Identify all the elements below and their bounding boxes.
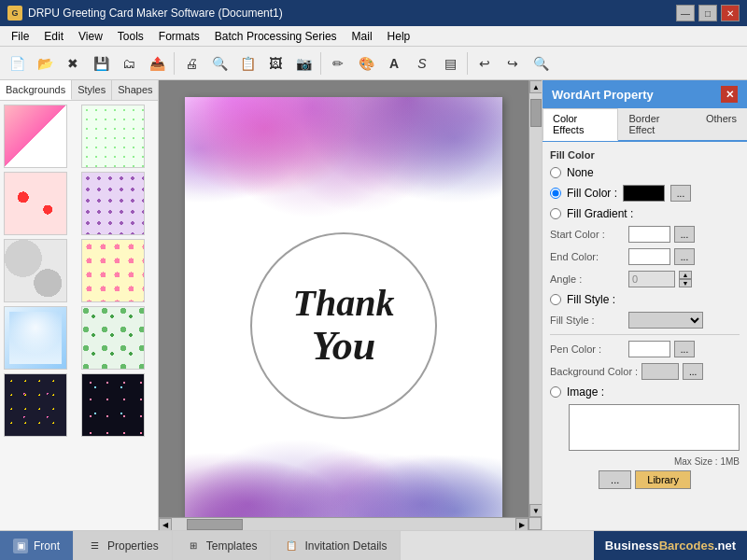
minimize-button[interactable]: — (676, 5, 695, 21)
tab-front[interactable]: ▣ Front (0, 531, 74, 560)
radio-none-row: None (550, 166, 740, 179)
pen-button[interactable]: ✏ (325, 50, 351, 77)
menu-tools[interactable]: Tools (110, 28, 151, 45)
close-button[interactable]: ✕ (721, 5, 740, 21)
text-button[interactable]: A (381, 50, 407, 77)
divider-1 (550, 334, 740, 335)
close-doc-button[interactable]: ✖ (60, 50, 86, 77)
tab-color-effects[interactable]: Color Effects (543, 108, 618, 141)
zoom-in-button[interactable]: 🔍 (528, 50, 554, 77)
bg-color-box[interactable] (641, 363, 679, 380)
bg-thumb-2[interactable] (81, 105, 145, 168)
tab-shapes[interactable]: Shapes (112, 80, 158, 100)
menu-formats[interactable]: Formats (151, 28, 207, 45)
new-button[interactable]: 📄 (4, 50, 30, 77)
tab-styles[interactable]: Styles (72, 80, 112, 100)
pen-color-label: Pen Color : (550, 343, 625, 355)
paint-button[interactable]: 🎨 (353, 50, 379, 77)
pen-color-dots-btn[interactable]: ... (674, 341, 695, 357)
fill-color-box[interactable] (623, 185, 665, 202)
print-preview-button[interactable]: 🔍 (206, 50, 233, 77)
angle-label: Angle : (550, 273, 625, 285)
pen-color-box[interactable] (628, 341, 670, 357)
hscroll-right-arrow[interactable]: ▶ (515, 518, 529, 530)
bg-thumb-6[interactable] (81, 239, 145, 302)
canvas-hscroll[interactable]: ◀ ▶ (159, 517, 529, 530)
tab-invitation-details[interactable]: 📋 Invitation Details (271, 531, 401, 560)
start-color-dots-btn[interactable]: ... (674, 226, 695, 243)
radio-image[interactable] (550, 386, 561, 398)
menu-mail[interactable]: Mail (345, 28, 380, 45)
canvas-vscroll[interactable]: ▲ ▼ (529, 80, 542, 517)
fill-color-dots-btn[interactable]: ... (670, 185, 691, 202)
page-setup-button[interactable]: 📋 (234, 50, 261, 77)
window-controls[interactable]: — □ ✕ (676, 5, 740, 21)
angle-up-btn[interactable]: ▲ (679, 271, 692, 279)
fill-style-row: Fill Style : (550, 312, 740, 329)
photo-button[interactable]: 📷 (290, 50, 317, 77)
fill-style-select[interactable] (628, 312, 703, 329)
thumb-grid (4, 105, 154, 437)
tab-templates[interactable]: ⊞ Templates (173, 531, 272, 560)
menu-view[interactable]: View (71, 28, 110, 45)
wordart-close-button[interactable]: ✕ (721, 86, 738, 103)
templates-tab-icon: ⊞ (186, 539, 201, 553)
hscroll-left-arrow[interactable]: ◀ (159, 518, 172, 530)
tab-others[interactable]: Others (696, 108, 747, 140)
tab-border-effect[interactable]: Border Effect (618, 108, 696, 140)
radio-fill-color[interactable] (550, 188, 561, 199)
properties-tab-icon: ☰ (87, 539, 102, 553)
angle-spinner[interactable]: ▲ ▼ (679, 271, 692, 287)
menu-file[interactable]: File (4, 28, 36, 45)
undo-button[interactable]: ↩ (472, 50, 498, 77)
radio-fill-style[interactable] (550, 294, 561, 305)
panel-content[interactable] (0, 101, 158, 530)
redo-button[interactable]: ↪ (500, 50, 526, 77)
toolbar-separator-3 (467, 52, 468, 75)
angle-down-btn[interactable]: ▼ (679, 279, 692, 287)
vscroll-up-arrow[interactable]: ▲ (529, 80, 542, 93)
tab-properties[interactable]: ☰ Properties (74, 531, 173, 560)
angle-input[interactable] (628, 271, 675, 287)
greeting-card[interactable]: Thank You (185, 97, 502, 526)
menu-help[interactable]: Help (380, 28, 418, 45)
save-button[interactable]: 💾 (88, 50, 114, 77)
toolbar-separator-2 (320, 52, 321, 75)
bg-thumb-7[interactable] (4, 306, 67, 370)
hscroll-thumb[interactable] (187, 519, 243, 530)
bg-thumb-8[interactable] (81, 306, 145, 370)
end-color-dots-btn[interactable]: ... (674, 248, 695, 265)
save-all-button[interactable]: 🗂 (116, 50, 142, 77)
radio-none[interactable] (550, 167, 561, 178)
radio-none-label: None (567, 166, 594, 179)
tab-backgrounds[interactable]: Backgrounds (0, 80, 72, 100)
vscroll-down-arrow[interactable]: ▼ (529, 504, 542, 517)
start-color-box[interactable] (628, 226, 670, 243)
card-text-thank: Thank (293, 283, 395, 324)
image-button[interactable]: 🖼 (262, 50, 289, 77)
maximize-button[interactable]: □ (698, 5, 717, 21)
end-color-label: End Color: (550, 251, 625, 262)
bg-thumb-3[interactable] (4, 172, 67, 235)
menu-batch[interactable]: Batch Processing Series (207, 28, 345, 45)
bg-thumb-1[interactable] (4, 105, 67, 168)
bg-thumb-10[interactable] (81, 373, 145, 437)
open-button[interactable]: 📂 (32, 50, 58, 77)
card-text-you: You (312, 324, 375, 369)
bg-thumb-5[interactable] (4, 239, 67, 302)
radio-fill-gradient[interactable] (550, 208, 561, 219)
barcode-button[interactable]: ▤ (437, 50, 463, 77)
menu-edit[interactable]: Edit (36, 28, 71, 45)
bg-thumb-4[interactable] (81, 172, 145, 235)
end-color-box[interactable] (628, 248, 670, 265)
radio-fill-style-row: Fill Style : (550, 293, 740, 306)
wordart-button[interactable]: S (409, 50, 435, 77)
library-button[interactable]: Library (635, 470, 691, 489)
print-button[interactable]: 🖨 (178, 50, 204, 77)
dots-action-button[interactable]: ... (599, 470, 631, 489)
vscroll-thumb[interactable] (530, 99, 542, 127)
bg-thumb-9[interactable] (4, 373, 67, 437)
start-color-label: Start Color : (550, 229, 625, 240)
bg-color-dots-btn[interactable]: ... (683, 363, 703, 380)
export-button[interactable]: 📤 (144, 50, 170, 77)
